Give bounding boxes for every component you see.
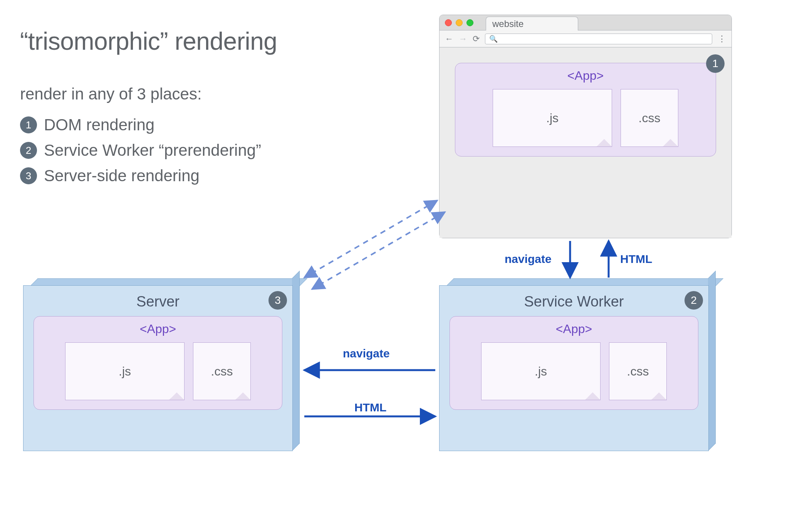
- browser-menu-icon[interactable]: ⋮: [718, 34, 726, 44]
- list-item: 2 Service Worker “prerendering”: [20, 141, 261, 160]
- list-item: 3 Server-side rendering: [20, 167, 261, 185]
- panel-right-face: [708, 271, 716, 451]
- app-label: <App>: [458, 322, 690, 336]
- file-ext: .css: [211, 364, 233, 379]
- js-file-icon: .js: [493, 89, 612, 147]
- page-fold-icon: [663, 131, 678, 147]
- arrow-label-html-up: HTML: [620, 253, 652, 266]
- css-file-icon: .css: [193, 342, 251, 400]
- search-icon: 🔍: [489, 35, 498, 43]
- browser-window: website ← → ⟳ 🔍 ⋮ 1 <App> .js .css: [439, 15, 732, 238]
- page-fold-icon: [169, 385, 185, 400]
- arrow-label-navigate-down: navigate: [505, 253, 552, 266]
- reload-icon[interactable]: ⟳: [473, 34, 480, 44]
- panel-front-face: 2 Service Worker <App> .js .css: [439, 285, 709, 451]
- forward-icon[interactable]: →: [459, 34, 467, 44]
- address-bar[interactable]: 🔍: [485, 34, 712, 44]
- service-worker-panel: 2 Service Worker <App> .js .css: [439, 285, 709, 451]
- window-close-icon[interactable]: [445, 19, 452, 26]
- files-row: .js .css: [464, 89, 707, 147]
- app-label: <App>: [464, 69, 707, 83]
- diagram-subtitle: render in any of 3 places:: [20, 85, 202, 103]
- server-panel: 3 Server <App> .js .css: [23, 285, 293, 451]
- css-file-icon: .css: [621, 89, 678, 147]
- sw-title: Service Worker: [450, 293, 698, 310]
- panel-right-face: [292, 271, 300, 451]
- panel-front-face: 3 Server <App> .js .css: [23, 285, 293, 451]
- file-ext: .js: [546, 111, 559, 125]
- page-fold-icon: [235, 385, 251, 400]
- panel-top-face: [30, 278, 307, 286]
- window-minimize-icon[interactable]: [456, 19, 463, 26]
- window-maximize-icon[interactable]: [466, 19, 473, 26]
- arrow-browser-server-dashed-1: [304, 200, 437, 278]
- browser-toolbar: ← → ⟳ 🔍 ⋮: [440, 30, 731, 47]
- file-ext: .js: [119, 364, 131, 379]
- browser-tab[interactable]: website: [486, 17, 578, 30]
- browser-badge: 1: [706, 54, 725, 73]
- list-label-3: Server-side rendering: [44, 167, 200, 185]
- css-file-icon: .css: [609, 342, 667, 400]
- render-places-list: 1 DOM rendering 2 Service Worker “preren…: [20, 116, 261, 192]
- browser-viewport: 1 <App> .js .css: [440, 47, 731, 238]
- page-fold-icon: [597, 131, 612, 147]
- list-item: 1 DOM rendering: [20, 116, 261, 134]
- page-fold-icon: [585, 385, 601, 400]
- app-box-sw: <App> .js .css: [450, 316, 698, 410]
- list-badge-1: 1: [20, 116, 37, 133]
- list-label-2: Service Worker “prerendering”: [44, 141, 261, 160]
- arrow-label-navigate-left: navigate: [343, 347, 390, 360]
- file-ext: .js: [535, 364, 547, 379]
- browser-titlebar: website: [440, 15, 731, 30]
- arrow-browser-server-dashed-2: [312, 212, 445, 289]
- panel-top-face: [446, 278, 723, 286]
- list-label-1: DOM rendering: [44, 116, 154, 134]
- diagram-title: “trisomorphic” rendering: [20, 27, 277, 56]
- file-ext: .css: [639, 111, 661, 125]
- server-title: Server: [34, 293, 282, 310]
- app-box-server: <App> .js .css: [34, 316, 282, 410]
- app-label: <App>: [42, 322, 273, 336]
- files-row: .js .css: [458, 342, 690, 400]
- back-icon[interactable]: ←: [445, 34, 453, 44]
- page-fold-icon: [651, 385, 667, 400]
- browser-tab-label: website: [492, 19, 523, 29]
- app-box-browser: <App> .js .css: [455, 63, 716, 157]
- file-ext: .css: [627, 364, 649, 379]
- files-row: .js .css: [42, 342, 273, 400]
- js-file-icon: .js: [65, 342, 185, 400]
- js-file-icon: .js: [481, 342, 601, 400]
- arrow-label-html-right: HTML: [354, 401, 386, 414]
- list-badge-2: 2: [20, 142, 37, 159]
- list-badge-3: 3: [20, 167, 37, 184]
